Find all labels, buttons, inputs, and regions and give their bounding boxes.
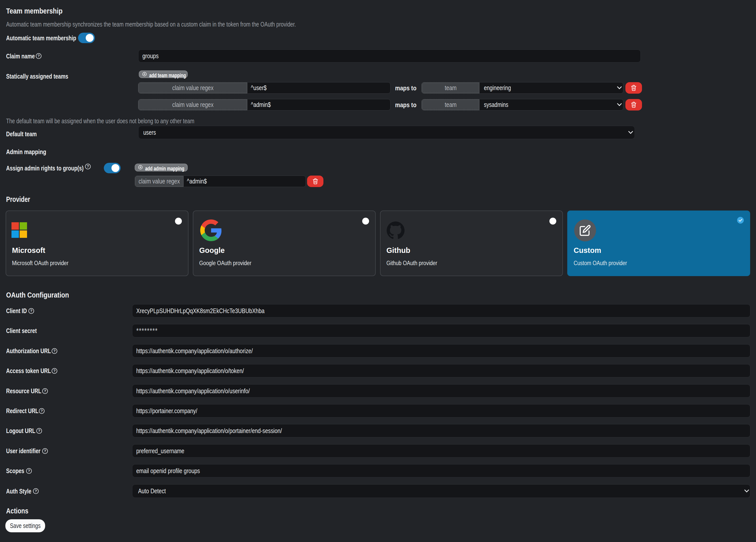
svg-text:?: ? — [53, 369, 56, 373]
svg-text:?: ? — [35, 489, 37, 493]
svg-text:?: ? — [41, 409, 43, 413]
svg-text:?: ? — [44, 449, 46, 453]
svg-text:?: ? — [87, 164, 89, 168]
svg-text:?: ? — [44, 389, 46, 393]
svg-text:?: ? — [30, 309, 32, 313]
svg-text:?: ? — [53, 349, 56, 353]
svg-text:?: ? — [37, 54, 40, 58]
svg-text:?: ? — [28, 469, 30, 473]
svg-text:?: ? — [38, 429, 40, 433]
